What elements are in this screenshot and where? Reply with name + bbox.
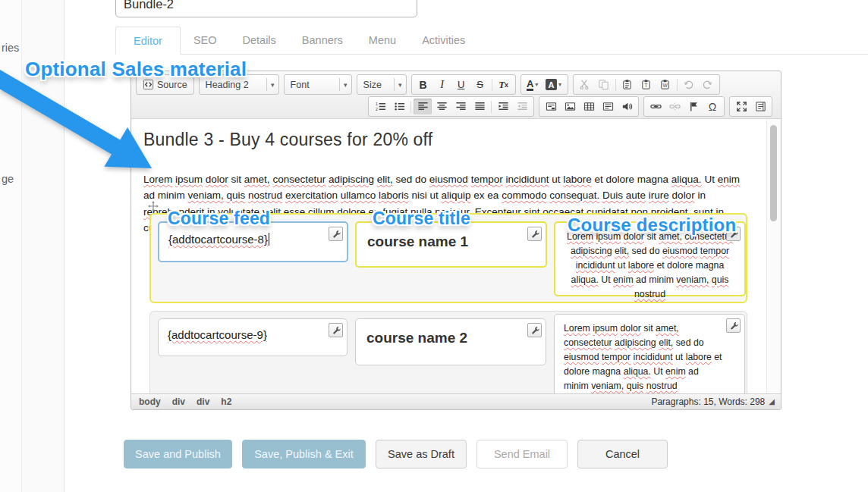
remove-format-icon: T <box>498 79 505 91</box>
font-combo[interactable]: Font ▾ <box>284 74 352 95</box>
chevron-down-icon: ▾ <box>266 78 278 91</box>
save-as-draft-button[interactable]: Save as Draft <box>376 440 467 468</box>
undo-icon <box>683 79 694 90</box>
justify-button[interactable] <box>470 99 489 114</box>
chevron-down-icon: ▾ <box>394 78 406 91</box>
justify-icon <box>474 101 486 112</box>
document-heading[interactable]: Bundle 3 - Buy 4 courses for 20% off <box>143 130 432 150</box>
course-title-field-2[interactable]: course name 2 <box>355 318 546 365</box>
edit-wrench-button[interactable] <box>527 323 542 337</box>
edit-wrench-button[interactable] <box>329 227 343 241</box>
div-container-button[interactable] <box>599 99 617 114</box>
strikethrough-icon: S <box>476 79 483 90</box>
link-icon <box>650 101 662 112</box>
numbered-list-icon: 12 <box>375 101 386 112</box>
sidebar-item-truncated-1[interactable]: ries <box>2 42 19 54</box>
wrench-icon <box>332 230 341 239</box>
word-count: Paragraphs: 15, Words: 298 <box>651 396 765 407</box>
flag-icon <box>688 101 700 112</box>
element-path-div2[interactable]: div <box>197 396 209 407</box>
element-path-body[interactable]: body <box>139 396 161 407</box>
table-icon <box>583 101 595 112</box>
paste-from-word-button[interactable]: W <box>656 77 675 92</box>
annotation-arrow <box>0 67 159 180</box>
background-color-icon: A <box>546 79 557 90</box>
insert-image-button[interactable] <box>561 99 579 114</box>
numbered-list-button[interactable]: 12 <box>371 99 389 114</box>
maximize-icon <box>736 101 747 112</box>
cancel-button[interactable]: Cancel <box>577 440 668 468</box>
remove-format-button[interactable]: Tx <box>495 77 513 92</box>
rich-text-editor: Source Heading 2 ▾ Font ▾ Size ▾ B I <box>131 71 782 410</box>
increase-indent-button[interactable] <box>494 99 512 114</box>
edit-wrench-button[interactable] <box>329 323 343 337</box>
size-combo[interactable]: Size ▾ <box>357 74 407 95</box>
copy-icon <box>598 79 609 90</box>
widget-drag-handle-icon[interactable] <box>148 201 159 212</box>
save-and-publish-button[interactable]: Save and Publish <box>124 440 232 468</box>
embed-template-icon <box>546 101 557 112</box>
wrench-icon <box>530 230 539 239</box>
scrollbar-thumb[interactable] <box>770 125 777 221</box>
strikethrough-button[interactable]: S <box>471 77 489 92</box>
audio-icon <box>621 101 633 112</box>
course-feed-field-2[interactable]: {addtocartcourse-9} <box>158 318 348 356</box>
link-button[interactable] <box>646 99 665 114</box>
increase-indent-icon <box>498 101 509 112</box>
tab-seo[interactable]: SEO <box>181 27 230 54</box>
save-publish-exit-button[interactable]: Save, Publish & Exit <box>242 440 366 468</box>
course-widget-row-2[interactable]: {addtocartcourse-9} course name 2 Lorem … <box>149 311 747 393</box>
cut-button <box>576 77 594 92</box>
align-right-icon <box>455 101 467 112</box>
svg-text:W: W <box>663 83 668 88</box>
copy-button <box>595 77 613 92</box>
element-path-div1[interactable]: div <box>172 396 185 407</box>
editor-scrollbar[interactable] <box>766 119 780 393</box>
paste-button[interactable] <box>618 77 637 92</box>
tab-details[interactable]: Details <box>230 27 289 54</box>
tab-editor[interactable]: Editor <box>115 27 181 55</box>
italic-button[interactable]: I <box>433 77 451 92</box>
text-color-button[interactable]: A▾ <box>524 77 542 92</box>
bulleted-list-icon <box>394 101 405 112</box>
tab-menu[interactable]: Menu <box>356 27 409 54</box>
align-center-button[interactable] <box>432 99 451 114</box>
page: ries ge Editor SEO Details Banners Menu … <box>0 0 868 492</box>
annotation-course-title: Course title <box>373 208 470 229</box>
bold-icon: B <box>420 79 427 91</box>
editor-content-area[interactable]: Bundle 3 - Buy 4 courses for 20% off Lor… <box>132 119 780 393</box>
bulleted-list-button[interactable] <box>390 99 408 114</box>
tab-activities[interactable]: Activities <box>409 27 478 54</box>
paste-as-text-button[interactable]: T <box>637 77 656 92</box>
maximize-button[interactable] <box>732 99 750 114</box>
embed-template-button[interactable] <box>542 99 560 114</box>
align-left-button[interactable] <box>414 99 432 114</box>
editor-status-bar: body div div h2 Paragraphs: 15, Words: 2… <box>131 393 781 409</box>
edit-wrench-button[interactable] <box>527 227 542 241</box>
insert-table-button[interactable] <box>580 99 598 114</box>
undo-button <box>680 77 698 92</box>
chevron-down-icon: ▾ <box>533 81 538 88</box>
svg-text:T: T <box>644 83 648 88</box>
show-blocks-button[interactable] <box>751 99 769 114</box>
resize-grip-icon[interactable]: ◢ <box>769 398 775 406</box>
unlink-icon <box>669 101 681 112</box>
div-container-icon <box>602 101 614 112</box>
special-character-button[interactable]: Ω <box>703 99 722 114</box>
chevron-down-icon: ▾ <box>339 78 351 91</box>
anchor-flag-button[interactable] <box>684 99 703 114</box>
underline-button[interactable]: U <box>452 77 470 92</box>
bold-button[interactable]: B <box>414 77 432 92</box>
annotation-course-description: Course description <box>568 215 736 236</box>
element-path-h2[interactable]: h2 <box>221 396 231 407</box>
tab-banners[interactable]: Banners <box>289 27 356 54</box>
edit-wrench-button[interactable] <box>726 318 741 333</box>
insert-audio-button[interactable] <box>618 99 636 114</box>
wrench-icon <box>729 321 738 331</box>
course-description-field-2[interactable]: Lorem ipsum dolor sit amet, consectetur … <box>554 314 745 393</box>
background-color-button[interactable]: A▾ <box>542 77 565 92</box>
align-right-button[interactable] <box>451 99 470 114</box>
image-icon <box>565 101 576 112</box>
annotation-optional-sales-material: Optional Sales material <box>25 58 247 81</box>
bundle-name-input[interactable] <box>115 0 417 17</box>
